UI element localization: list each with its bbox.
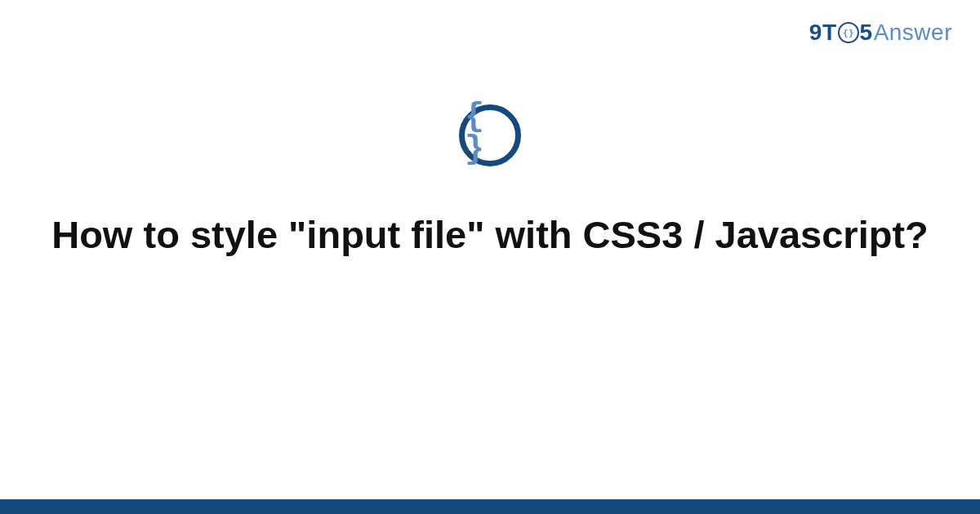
brand-text-t: T bbox=[822, 20, 837, 46]
footer-accent-bar bbox=[0, 499, 980, 514]
page-card: 9T {} 5Answer { } How to style "input fi… bbox=[0, 0, 980, 514]
question-title: How to style "input file" with CSS3 / Ja… bbox=[0, 208, 980, 263]
brand-text-9: 9 bbox=[809, 20, 822, 46]
brand-text-answer: Answer bbox=[874, 20, 952, 46]
code-braces-icon: { } bbox=[459, 104, 521, 166]
svg-text:{}: {} bbox=[843, 28, 854, 38]
site-brand-logo: 9T {} 5Answer bbox=[809, 20, 952, 46]
brand-text-5: 5 bbox=[860, 20, 873, 46]
braces-glyph: { } bbox=[465, 101, 515, 166]
brand-badge-icon: {} bbox=[838, 22, 859, 43]
